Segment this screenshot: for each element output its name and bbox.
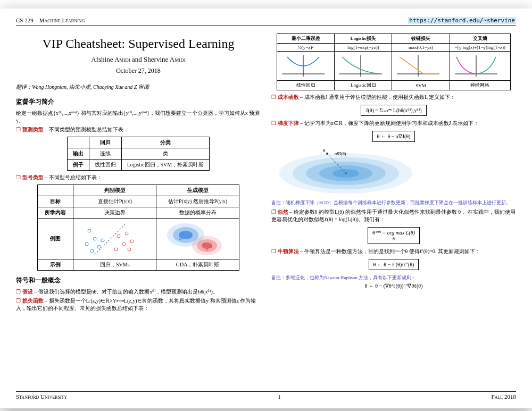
model-type-table: 判别模型生成模型 目标直接估计P(y|x)估计P(x|y) 然后推导P(y|x)… bbox=[37, 184, 239, 271]
svg-point-9 bbox=[122, 242, 126, 246]
gd-equation: θ ← θ − α∇J(θ) bbox=[372, 131, 415, 142]
footer: Stanford University 1 Fall 2018 bbox=[16, 391, 516, 400]
gen-illustration bbox=[156, 219, 239, 259]
url-link[interactable]: https://stanford.edu/~shervine bbox=[408, 17, 516, 24]
translators: 翻译：Wang Hongnian, 由朱小虎, Chaoying Xue and… bbox=[16, 83, 261, 91]
svg-point-8 bbox=[125, 232, 128, 235]
svg-point-38 bbox=[345, 172, 347, 174]
svg-line-0 bbox=[95, 223, 127, 255]
authors: Afshine Amidi and Shervine Amidi bbox=[16, 55, 261, 64]
cost-equation: J(θ) = Σᵢ₌₁ᵐ L(hθ(x⁽ⁱ⁾),y⁽ⁱ⁾) bbox=[361, 105, 426, 116]
footer-left: Stanford University bbox=[16, 393, 67, 400]
content-columns: VIP Cheatsheet: Supervised Learning Afsh… bbox=[16, 30, 516, 371]
page-title: VIP Cheatsheet: Supervised Learning bbox=[16, 37, 261, 51]
bullet-hypothesis: 假设 – 假设我们选择的模型是hθ。对于给定的输入数据x⁽ⁱ⁾，模型预测输出是h… bbox=[16, 288, 261, 296]
page-number: 1 bbox=[278, 393, 281, 400]
newton-multi-equation: θ ← θ − (∇θ²ℓ(θ))⁻¹∇θℓ(θ) bbox=[365, 283, 423, 289]
bullet-cost: 成本函数 – 成本函数J 通常用于评估模型的性能，使用损失函数L 定义如下： bbox=[271, 94, 516, 101]
svg-point-2 bbox=[93, 237, 96, 240]
bullet-gd: 梯度下降 – 记学习率为α∈ℝ，梯度下降的更新规则使用学习率和成本函数J 表示如… bbox=[271, 120, 516, 127]
intro-text: 给定一组数据点{x⁽¹⁾,...,x⁽ᵐ⁾} 和与其对应的输出{y⁽¹⁾,...… bbox=[16, 110, 261, 124]
svg-point-3 bbox=[85, 242, 88, 246]
gd-illustration: θα∇J(θ) bbox=[271, 144, 516, 197]
section-notation: 符号和一般概念 bbox=[16, 276, 261, 285]
section-intro: 监督学习简介 bbox=[16, 97, 261, 106]
note-newton: 备注：多维泛化，也称为Newton-Raphson 方法，具有以下更新规则： bbox=[271, 274, 516, 281]
header: CS 229 – Machine Learning https://stanfo… bbox=[16, 17, 516, 26]
page: CS 229 – Machine Learning https://stanfo… bbox=[0, 9, 532, 408]
svg-point-6 bbox=[101, 239, 104, 242]
bullet-likelihood: 似然 – 给定参数θ 的模型L(θ) 的似然性用于通过最大化似然性来找到最佳参数… bbox=[271, 208, 516, 223]
loss-table: 最小二乘误差Logistic损失铰链损失交叉熵 ½(y−z)²log(1+exp… bbox=[277, 33, 511, 90]
bullet-newton: 牛顿算法 – 牛顿算法是一种数值方法，目的是找到一个θ 使得ℓ′(θ)=0. 其… bbox=[271, 248, 516, 255]
left-column: VIP Cheatsheet: Supervised Learning Afsh… bbox=[16, 30, 261, 371]
bullet-pred-type: 预测类型 – 不同类型的预测模型总结如下表： bbox=[16, 126, 261, 133]
pred-type-table: 回归分类 输出连续类 例子线性回归Logistic回归，SVM，朴素贝叶斯 bbox=[67, 137, 210, 171]
ml-equation: θᵒᵖᵗ = arg max L(θ)θ bbox=[368, 227, 420, 244]
note-sgd: 备注：随机梯度下降（SGD）是根据每个训练样本进行参数更新，而批量梯度下降是在一… bbox=[271, 199, 516, 206]
bullet-loss: 损失函数 – 损失函数是一个L:(z,y)∈ℝ×Y⟼L(z,y)∈ℝ 的函数，其… bbox=[16, 297, 261, 312]
footer-right: Fall 2018 bbox=[492, 393, 516, 400]
svg-text:θ: θ bbox=[323, 148, 326, 153]
newton-equation: θ ← θ − ℓ′(θ)/ℓ″(θ) bbox=[369, 259, 419, 270]
svg-text:α∇J(θ): α∇J(θ) bbox=[335, 152, 346, 156]
svg-point-7 bbox=[117, 234, 120, 238]
svg-point-4 bbox=[97, 245, 101, 248]
svg-point-5 bbox=[90, 249, 94, 253]
course-label: CS 229 – Machine Learning bbox=[16, 17, 85, 24]
svg-point-39 bbox=[326, 153, 328, 155]
discrim-illustration bbox=[73, 219, 156, 259]
svg-point-10 bbox=[130, 240, 134, 243]
svg-point-1 bbox=[88, 229, 91, 232]
right-column: 最小二乘误差Logistic损失铰链损失交叉熵 ½(y−z)²log(1+exp… bbox=[271, 30, 516, 371]
date: October 27, 2018 bbox=[16, 67, 261, 75]
svg-point-12 bbox=[128, 248, 131, 251]
svg-point-11 bbox=[114, 248, 118, 251]
bullet-model-type: 型号类型 – 不同型号总结如下表： bbox=[16, 174, 261, 181]
